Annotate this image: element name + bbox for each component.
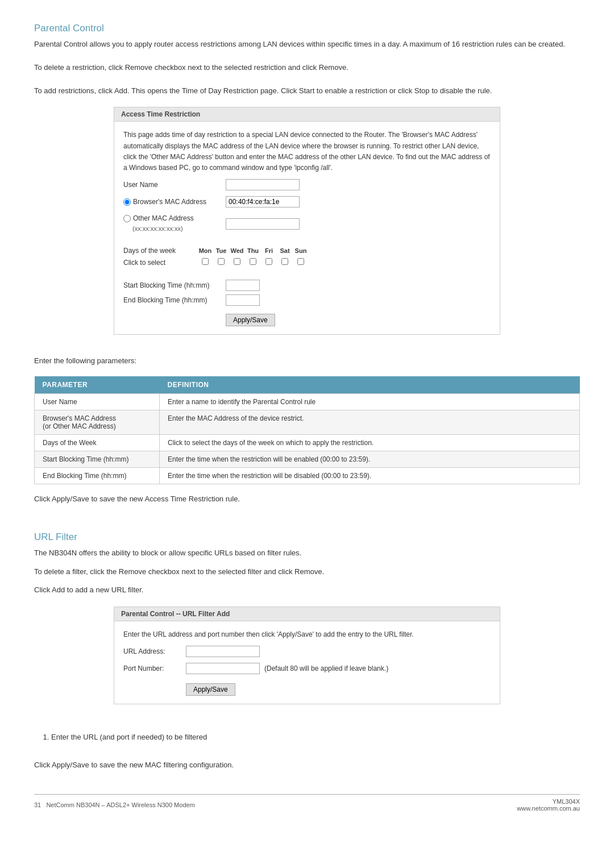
days-header-row: Days of the week Mon Tue Wed Thu Fri Sat… xyxy=(123,246,491,256)
parental-control-desc3: To add restrictions, click Add. This ope… xyxy=(34,85,580,97)
day-mon-header: Mon xyxy=(197,246,213,256)
wed-checkbox[interactable] xyxy=(234,258,240,265)
def-cell: Enter the time when the restriction will… xyxy=(160,468,580,484)
browser-mac-input[interactable] xyxy=(226,196,300,207)
enter-params-text: Enter the following parameters: xyxy=(34,355,580,367)
def-cell: Enter a name to identify the Parental Co… xyxy=(160,394,580,410)
table-row: Days of the WeekClick to select the days… xyxy=(35,435,580,451)
days-checkboxes-row: Click to select xyxy=(123,258,491,268)
browser-mac-radio[interactable] xyxy=(123,198,131,206)
other-mac-row: Other MAC Address (xx:xx:xx:xx:xx:xx) xyxy=(123,213,491,234)
url-filter-box-title: Parental Control -- URL Filter Add xyxy=(114,607,500,621)
footer-left: 31 NetComm NB304N – ADSL2+ Wireless N300… xyxy=(34,801,195,808)
sun-checkbox-cell xyxy=(293,258,309,268)
url-filter-box: Parental Control -- URL Filter Add Enter… xyxy=(114,607,500,704)
footer-model: YML304X xyxy=(517,798,580,805)
table-row: End Blocking Time (hh:mm)Enter the time … xyxy=(35,468,580,484)
parameter-table: PARAMETER DEFINITION User NameEnter a na… xyxy=(34,376,580,484)
url-filter-desc2: To delete a filter, click the Remove che… xyxy=(34,566,580,578)
days-of-week-label: Days of the week xyxy=(123,246,197,256)
end-blocking-label: End Blocking Time (hh:mm) xyxy=(123,295,226,306)
user-name-label: User Name xyxy=(123,180,226,190)
end-blocking-row: End Blocking Time (hh:mm) xyxy=(123,294,491,306)
url-filter-title: URL Filter xyxy=(34,531,580,543)
days-section: Days of the week Mon Tue Wed Thu Fri Sat… xyxy=(123,246,491,268)
sat-checkbox[interactable] xyxy=(281,258,288,265)
param-cell: User Name xyxy=(35,394,160,410)
user-name-input[interactable] xyxy=(226,179,300,190)
footer-right: YML304X www.netcomm.com.au xyxy=(517,798,580,812)
url-filter-footer-note: Click Apply/Save to save the new MAC fil… xyxy=(34,759,580,771)
url-filter-steps: Enter the URL (and port if needed) to be… xyxy=(51,733,580,741)
param-cell: Start Blocking Time (hh:mm) xyxy=(35,451,160,468)
thu-checkbox[interactable] xyxy=(250,258,256,265)
url-address-input[interactable] xyxy=(186,646,260,657)
tue-checkbox-cell xyxy=(213,258,229,268)
other-mac-radio[interactable] xyxy=(123,215,131,222)
mon-checkbox-cell xyxy=(197,258,213,268)
def-cell: Click to select the days of the week on … xyxy=(160,435,580,451)
url-filter-apply-button[interactable]: Apply/Save xyxy=(186,683,235,696)
user-name-row: User Name xyxy=(123,179,491,190)
access-restriction-apply-button[interactable]: Apply/Save xyxy=(226,314,275,326)
port-note: (Default 80 will be applied if leave bla… xyxy=(264,663,388,674)
param-col-header: PARAMETER xyxy=(35,376,160,394)
port-number-label: Port Number: xyxy=(123,663,186,674)
url-filter-box-desc: Enter the URL address and port number th… xyxy=(123,629,491,640)
day-sat-header: Sat xyxy=(277,246,293,256)
access-time-restriction-content: This page adds time of day restriction t… xyxy=(114,122,500,334)
other-mac-sub: (xx:xx:xx:xx:xx:xx) xyxy=(132,224,183,234)
fri-checkbox[interactable] xyxy=(265,258,272,265)
table-row: Start Blocking Time (hh:mm)Enter the tim… xyxy=(35,451,580,468)
start-blocking-label: Start Blocking Time (hh:mm) xyxy=(123,280,226,291)
other-mac-label: Other MAC Address xyxy=(133,213,194,224)
parental-control-desc2: To delete a restriction, click Remove ch… xyxy=(34,62,580,74)
start-blocking-input[interactable] xyxy=(226,280,260,291)
def-col-header: DEFINITION xyxy=(160,376,580,394)
day-thu-header: Thu xyxy=(245,246,261,256)
param-cell: Browser's MAC Address (or Other MAC Addr… xyxy=(35,410,160,435)
other-mac-input[interactable] xyxy=(226,218,300,230)
sat-checkbox-cell xyxy=(277,258,293,268)
day-sun-header: Sun xyxy=(293,246,309,256)
footer-device-name: NetComm NB304N – ADSL2+ Wireless N300 Mo… xyxy=(46,801,194,808)
page-footer: 31 NetComm NB304N – ADSL2+ Wireless N300… xyxy=(34,794,580,812)
port-number-row: Port Number: (Default 80 will be applied… xyxy=(123,663,491,674)
footer-page-number: 31 xyxy=(34,801,41,808)
url-address-label: URL Address: xyxy=(123,646,186,657)
parental-control-title: Parental Control xyxy=(34,23,580,34)
thu-checkbox-cell xyxy=(245,258,261,268)
access-time-restriction-desc: This page adds time of day restriction t… xyxy=(123,130,491,173)
footer-url: www.netcomm.com.au xyxy=(517,805,580,812)
url-filter-box-content: Enter the URL address and port number th… xyxy=(114,621,500,704)
access-time-restriction-box: Access Time Restriction This page adds t… xyxy=(114,107,500,335)
start-blocking-row: Start Blocking Time (hh:mm) xyxy=(123,280,491,291)
table-row: User NameEnter a name to identify the Pa… xyxy=(35,394,580,410)
mon-checkbox[interactable] xyxy=(202,258,209,265)
url-filter-desc3: Click Add to add a new URL filter. xyxy=(34,584,580,596)
port-number-input[interactable] xyxy=(186,663,260,674)
end-blocking-input[interactable] xyxy=(226,294,260,306)
click-apply-text: Click Apply/Save to save the new Access … xyxy=(34,493,580,505)
wed-checkbox-cell xyxy=(229,258,245,268)
access-time-restriction-title: Access Time Restriction xyxy=(114,107,500,122)
table-row: Browser's MAC Address (or Other MAC Addr… xyxy=(35,410,580,435)
param-cell: Days of the Week xyxy=(35,435,160,451)
click-to-select-label: Click to select xyxy=(123,258,197,268)
fri-checkbox-cell xyxy=(261,258,277,268)
param-cell: End Blocking Time (hh:mm) xyxy=(35,468,160,484)
day-fri-header: Fri xyxy=(261,246,277,256)
day-tue-header: Tue xyxy=(213,246,229,256)
def-cell: Enter the MAC Address of the device rest… xyxy=(160,410,580,435)
url-filter-step-1: Enter the URL (and port if needed) to be… xyxy=(51,733,580,741)
day-wed-header: Wed xyxy=(229,246,245,256)
url-address-row: URL Address: xyxy=(123,646,491,657)
tue-checkbox[interactable] xyxy=(218,258,225,265)
browser-mac-row: Browser's MAC Address xyxy=(123,196,491,207)
sun-checkbox[interactable] xyxy=(297,258,304,265)
def-cell: Enter the time when the restriction will… xyxy=(160,451,580,468)
parental-control-desc1: Parental Control allows you to apply rou… xyxy=(34,39,580,51)
days-header: Mon Tue Wed Thu Fri Sat Sun xyxy=(197,246,309,256)
url-filter-desc1: The NB304N offers the ability to block o… xyxy=(34,547,580,559)
browser-mac-label: Browser's MAC Address xyxy=(133,197,206,207)
